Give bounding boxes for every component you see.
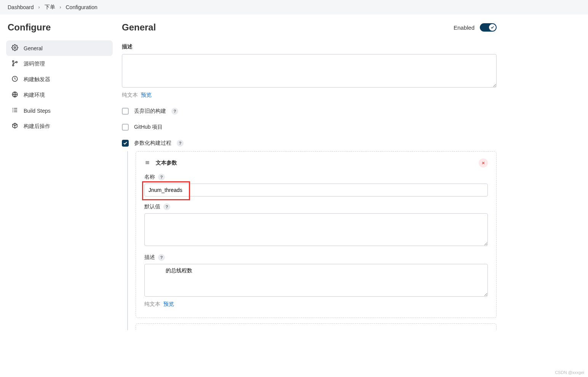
content: General Enabled 描述 纯文本 预览 丢弃旧的构建 ? xyxy=(116,14,588,345)
svg-point-3 xyxy=(16,61,18,63)
sidebar-item-label: General xyxy=(24,45,43,51)
sidebar: Configure General 源码管理 构建触发器 构建环境 xyxy=(0,14,116,345)
parameterized-build-checkbox[interactable] xyxy=(122,140,129,147)
description-label: 描述 xyxy=(122,43,497,50)
svg-point-9 xyxy=(13,108,13,109)
github-project-checkbox[interactable] xyxy=(122,124,129,131)
param-default-textarea[interactable] xyxy=(144,213,488,246)
enabled-label: Enabled xyxy=(454,24,475,31)
sidebar-title: Configure xyxy=(6,22,113,33)
help-icon[interactable]: ? xyxy=(158,174,165,181)
param-desc-label: 描述 xyxy=(144,254,155,261)
remove-parameter-button[interactable] xyxy=(479,158,488,168)
svg-point-2 xyxy=(13,64,14,66)
package-icon xyxy=(11,122,18,130)
discard-old-builds-label: 丢弃旧的构建 xyxy=(134,108,166,115)
chevron-right-icon: › xyxy=(60,5,61,10)
check-icon xyxy=(489,24,496,31)
help-icon[interactable]: ? xyxy=(163,203,170,210)
sidebar-item-label: 构建环境 xyxy=(24,92,45,99)
sidebar-item-general[interactable]: General xyxy=(6,40,113,56)
breadcrumb-item-current: Configuration xyxy=(66,4,97,10)
sidebar-item-label: 源码管理 xyxy=(24,61,45,67)
help-icon[interactable]: ? xyxy=(177,140,184,147)
parameterized-build-label: 参数化构建过程 xyxy=(134,140,171,147)
parameter-block-next xyxy=(136,323,497,330)
sidebar-item-scm[interactable]: 源码管理 xyxy=(6,56,113,72)
help-icon[interactable]: ? xyxy=(171,108,178,115)
svg-point-11 xyxy=(13,112,13,112)
help-icon[interactable]: ? xyxy=(158,254,165,261)
svg-point-1 xyxy=(13,61,14,62)
param-name-input[interactable] xyxy=(144,184,488,196)
breadcrumb: Dashboard › 下单 › Configuration xyxy=(0,0,588,14)
enabled-toggle[interactable] xyxy=(480,23,497,32)
param-desc-textarea[interactable]: 的总线程数 xyxy=(144,264,488,297)
svg-point-0 xyxy=(14,47,16,49)
chevron-right-icon: › xyxy=(38,5,40,10)
sidebar-item-label: 构建触发器 xyxy=(24,76,50,83)
param-default-label: 默认值 xyxy=(144,203,160,210)
list-icon xyxy=(11,107,18,115)
breadcrumb-item-project[interactable]: 下单 xyxy=(45,4,55,11)
sidebar-item-build-env[interactable]: 构建环境 xyxy=(6,87,113,103)
description-textarea[interactable] xyxy=(122,54,497,88)
globe-icon xyxy=(11,91,18,99)
sidebar-item-label: Build Steps xyxy=(24,108,51,114)
drag-handle-icon[interactable] xyxy=(144,160,150,166)
discard-old-builds-checkbox[interactable] xyxy=(122,108,129,115)
svg-point-10 xyxy=(13,110,13,110)
breadcrumb-item-dashboard[interactable]: Dashboard xyxy=(8,4,34,10)
preview-link[interactable]: 预览 xyxy=(163,301,174,307)
parameter-type-label: 文本参数 xyxy=(156,160,177,166)
sidebar-item-build-steps[interactable]: Build Steps xyxy=(6,103,113,118)
github-project-label: GitHub 项目 xyxy=(134,124,163,131)
param-name-label: 名称 xyxy=(144,174,155,181)
sidebar-item-post-build[interactable]: 构建后操作 xyxy=(6,118,113,134)
clock-icon xyxy=(11,75,18,83)
page-title: General xyxy=(122,22,156,33)
plaintext-label: 纯文本 xyxy=(144,301,160,307)
preview-link[interactable]: 预览 xyxy=(141,92,152,98)
branch-icon xyxy=(11,60,18,68)
sidebar-item-label: 构建后操作 xyxy=(24,123,50,130)
gear-icon xyxy=(11,44,18,52)
plaintext-label: 纯文本 xyxy=(122,92,138,98)
parameter-block: 文本参数 名称 ? 默认 xyxy=(136,151,497,318)
sidebar-item-triggers[interactable]: 构建触发器 xyxy=(6,72,113,87)
